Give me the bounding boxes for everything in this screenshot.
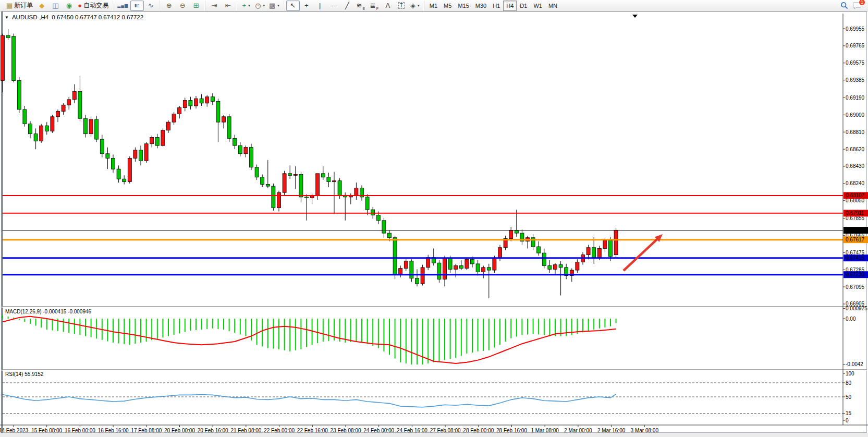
templates-button[interactable]: ▩▾ [267,1,282,11]
symbol-dropdown-icon[interactable]: ▼ [5,15,9,20]
bear-candle [45,126,48,131]
bear-candle [376,215,380,220]
time-tick-label: 17 Feb 08:00 [131,428,162,433]
trendline-icon: ╱ [345,2,349,9]
timeframe-m1[interactable]: M1 [426,1,441,11]
periods-button[interactable]: ◷▾ [253,1,267,11]
bear-candle [6,35,10,38]
candlestick-chart-icon[interactable]: ▮▯ [130,1,144,11]
fibonacci-icon-letter: F [376,7,378,10]
vertical-line-icon[interactable]: | [313,1,327,11]
bar-chart-icon: ▂▄▆ [117,4,128,8]
cursor-icon[interactable]: ↖ [286,1,300,11]
timeframe-w1[interactable]: W1 [530,1,545,11]
bull-candle [51,117,54,131]
price-badge-label: 0.67617 [846,237,865,242]
zoom-in-icon: ⊕ [166,2,172,9]
bear-candle [299,175,303,197]
bear-candle [227,117,231,139]
bull-candle [482,268,485,272]
time-tick-label: 22 Feb 00:00 [264,428,295,433]
chart-canvas[interactable]: MACD(12,26,9) -0.000415 -0.000946RSI(14)… [0,11,868,437]
bull-candle [1,35,5,81]
bear-candle [250,148,253,167]
timeframe-m15[interactable]: M15 [455,1,472,11]
auto-scroll-icon[interactable]: ⇥ [207,1,221,11]
text-label-icon: T [398,2,405,9]
bull-candle [161,130,165,145]
zoom-out-icon[interactable]: ⊖ [176,1,189,11]
price-tick-label: 0.68620 [846,147,865,152]
bull-candle [205,97,209,103]
price-badge-label: 0.67415 [846,255,865,261]
time-tick-label: 16 Feb 16:00 [98,428,129,433]
timeframe-mn[interactable]: MN [545,1,560,11]
toolbar-group-add-objects: +▾◷▾▩▾ [237,1,284,11]
text-icon: A [385,2,390,9]
bull-candle [586,248,590,255]
horizontal-line-icon[interactable]: — [327,1,340,11]
market-watch-icon[interactable]: ◆ [35,1,48,11]
timeframe-m5[interactable]: M5 [441,1,455,11]
search-icon[interactable] [840,2,849,10]
arrows-button[interactable]: ◈▾ [408,1,422,11]
bear-candle [233,138,237,145]
bull-candle [144,144,148,161]
arrows-button: ◈ [410,2,415,9]
timeframe-h1[interactable]: H1 [490,1,503,11]
vertical-line-icon: | [319,2,321,9]
bear-candle [261,177,264,185]
data-window-icon: ◫ [52,2,58,9]
price-tick-label: 0.67475 [846,250,865,256]
fibonacci-icon[interactable]: ≣F [368,1,381,11]
new-order-button[interactable]: ▤新订单 [4,1,35,11]
bear-candle [34,134,38,141]
time-tick-label: 20 Feb 16:00 [198,428,228,433]
bear-candle [78,91,82,118]
price-tick-label: 0.67095 [846,284,865,290]
tile-windows-icon[interactable]: ⊞ [189,1,203,11]
bull-candle [316,174,320,196]
time-tick-label: 27 Feb 08:00 [430,428,461,433]
time-tick-label: 21 Feb 08:00 [230,428,261,433]
toolbar: ▤新订单◆◫◉●自动交易▂▄▆▮▯∿⊕⊖⊞⇥⇤+▾◷▾▩▾↖+|—╱≋E≣FAT… [0,0,868,11]
time-tick-label: 1 Mar 08:00 [531,428,559,433]
rsi-tick-label: 50 [846,394,852,400]
autotrade-button[interactable]: ●自动交易 [76,1,111,11]
bear-candle [200,99,203,103]
timeframe-h4[interactable]: H4 [503,1,517,11]
candlestick-chart-icon: ▮▯ [135,4,140,8]
time-tick-label: 2 Mar 00:00 [564,428,592,433]
timeframe-m30[interactable]: M30 [472,1,490,11]
macd-label: MACD(12,26,9) -0.000415 -0.000946 [5,309,92,314]
text-icon[interactable]: A [381,1,395,11]
bear-candle [382,221,386,233]
bear-candle [84,118,88,133]
timeframe-d1[interactable]: D1 [517,1,530,11]
navigator-icon[interactable]: ◉ [62,1,76,11]
notifications-icon[interactable]: 1 [853,2,862,9]
bear-candle [100,139,104,154]
chart-shift-icon[interactable]: ⇤ [221,1,235,11]
trendline-icon[interactable]: ╱ [340,1,354,11]
indicators-button[interactable]: +▾ [239,1,253,11]
bear-candle [410,261,413,278]
arrows-button-caret: ▾ [418,4,420,8]
bull-candle [283,174,286,192]
text-label-icon[interactable]: T [395,1,408,11]
chart-area[interactable]: MACD(12,26,9) -0.000415 -0.000946RSI(14)… [0,11,868,437]
bull-candle [277,192,281,208]
data-window-icon[interactable]: ◫ [48,1,62,11]
bear-candle [216,101,220,122]
bull-candle [404,261,408,269]
bear-candle [437,263,441,279]
bull-candle [40,126,43,141]
bear-candle [548,265,552,269]
line-chart-icon[interactable]: ∿ [144,1,157,11]
equidistant-channel-icon[interactable]: ≋E [354,1,368,11]
rsi-tick-label: 0 [846,418,849,423]
bar-chart-icon[interactable]: ▂▄▆ [115,1,130,11]
templates-button: ▩ [269,2,275,9]
crosshair-icon[interactable]: + [300,1,313,11]
zoom-in-icon[interactable]: ⊕ [162,1,176,11]
